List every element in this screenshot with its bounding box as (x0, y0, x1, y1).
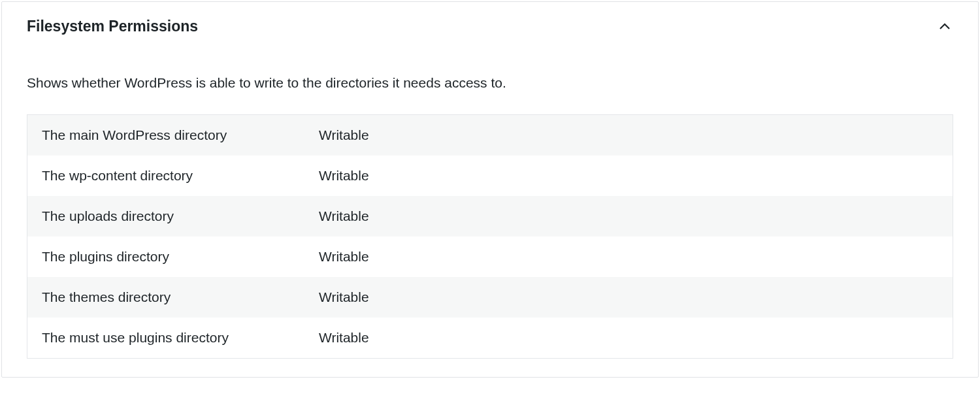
chevron-up-icon (936, 18, 953, 35)
permission-label: The plugins directory (27, 236, 304, 277)
permission-value: Writable (304, 317, 953, 358)
permissions-table: The main WordPress directory Writable Th… (27, 114, 953, 359)
permission-label: The must use plugins directory (27, 317, 304, 358)
permission-value: Writable (304, 196, 953, 236)
table-row: The must use plugins directory Writable (27, 317, 953, 358)
panel-description: Shows whether WordPress is able to write… (27, 73, 953, 92)
table-row: The wp-content directory Writable (27, 155, 953, 196)
permission-value: Writable (304, 155, 953, 196)
table-row: The main WordPress directory Writable (27, 115, 953, 155)
table-row: The plugins directory Writable (27, 236, 953, 277)
permission-label: The wp-content directory (27, 155, 304, 196)
permission-label: The themes directory (27, 277, 304, 317)
permission-value: Writable (304, 115, 953, 155)
permission-value: Writable (304, 236, 953, 277)
table-row: The uploads directory Writable (27, 196, 953, 236)
permission-value: Writable (304, 277, 953, 317)
filesystem-permissions-panel: Filesystem Permissions Shows whether Wor… (1, 1, 979, 378)
table-row: The themes directory Writable (27, 277, 953, 317)
panel-body: Shows whether WordPress is able to write… (2, 73, 978, 377)
permission-label: The main WordPress directory (27, 115, 304, 155)
panel-header-toggle[interactable]: Filesystem Permissions (2, 2, 978, 35)
panel-title: Filesystem Permissions (27, 18, 198, 35)
permission-label: The uploads directory (27, 196, 304, 236)
